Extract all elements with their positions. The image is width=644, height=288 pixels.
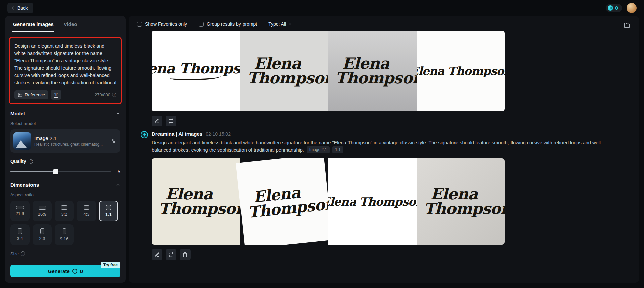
folder-icon	[624, 22, 630, 28]
repeat-icon	[168, 118, 174, 124]
ratio-label: 2:3	[39, 236, 45, 241]
quality-label: Quality	[10, 159, 26, 164]
model-section-title: Model	[10, 111, 25, 116]
generated-image[interactable]: Elena Thompson	[152, 31, 240, 111]
quality-header: Quality i	[10, 159, 120, 164]
ratio-3-4-icon	[18, 228, 22, 234]
ratio-16-9-icon	[39, 206, 46, 210]
avatar[interactable]	[627, 3, 637, 13]
generated-image[interactable]: Elena Thompson	[236, 158, 332, 245]
generated-image[interactable]: Elena Thompson	[328, 158, 417, 245]
slider-fill	[10, 171, 56, 172]
group-prompt: Design an elegant and timeless black and…	[152, 139, 619, 154]
generated-image[interactable]: Elena Thompson	[328, 31, 417, 111]
chevron-down-icon	[288, 22, 292, 26]
show-favorites-checkbox[interactable]: Show Favorites only	[137, 21, 187, 27]
ratio-4-3-button[interactable]: 4:3	[77, 201, 96, 221]
results-feed: Elena Thompson Elena Thompson Elena Thom…	[129, 31, 639, 265]
results-toolbar: Show Favorites only Group results by pro…	[129, 16, 639, 31]
ratio-label: 4:3	[83, 212, 89, 217]
aspect-ratio-grid: 21:9 16:9 3:2 4:3 1:1 3:4 2:3 9:16	[10, 201, 120, 245]
sidebar-tabs: Generate images Video	[10, 16, 120, 32]
model-thumbnail	[13, 132, 31, 150]
group-label: Group results by prompt	[207, 21, 257, 27]
reference-button[interactable]: Reference	[14, 90, 48, 99]
size-label-row: Size i	[10, 251, 120, 256]
model-card[interactable]: Image 2.1 Realistic structures, great ci…	[10, 129, 120, 153]
image-icon	[18, 92, 23, 97]
sliders-icon[interactable]	[110, 138, 116, 144]
aspect-ratio-label: Aspect ratio	[10, 192, 120, 197]
delete-button[interactable]	[180, 249, 191, 260]
credits-badge[interactable]: 0	[606, 4, 622, 12]
signature-text: Elena Thompson	[417, 66, 505, 76]
generated-image[interactable]: Elena Thompson	[417, 158, 505, 245]
tab-video[interactable]: Video	[63, 16, 78, 32]
generated-image[interactable]: Elena Thompson	[240, 31, 328, 111]
ratio-9-16-button[interactable]: 9:16	[55, 224, 74, 245]
ratio-4-3-icon	[84, 205, 89, 210]
edit-button[interactable]	[152, 249, 162, 260]
signature-text: Elena Thompson	[152, 62, 240, 75]
edit-button[interactable]	[152, 116, 162, 126]
signature-text: Thompson	[159, 202, 240, 216]
quality-info-icon[interactable]: i	[29, 159, 33, 164]
quality-row: 5	[10, 169, 120, 174]
image-grid: Elena Thompson Elena Thompson Elena Thom…	[152, 158, 505, 245]
checkbox-icon[interactable]	[137, 22, 142, 27]
model-section-header[interactable]: Model	[10, 111, 120, 116]
slider-handle[interactable]	[53, 169, 58, 174]
type-filter-label: Type: All	[268, 21, 286, 27]
ratio-9-16-icon	[63, 228, 66, 234]
group-prompt-text: Design an elegant and timeless black and…	[152, 140, 602, 153]
dimensions-section-header[interactable]: Dimensions	[10, 182, 120, 188]
generate-cost: 0	[80, 268, 83, 274]
prompt-input[interactable]: Design an elegant and timeless black and…	[14, 42, 116, 86]
result-actions	[152, 249, 619, 260]
prompt-box-annotated: Design an elegant and timeless black and…	[10, 38, 120, 103]
quality-value: 5	[116, 169, 120, 174]
quality-slider[interactable]	[10, 169, 111, 174]
ratio-2-3-icon	[40, 228, 44, 234]
ratio-3-2-button[interactable]: 3:2	[55, 201, 74, 221]
ratio-16-9-button[interactable]: 16:9	[33, 201, 52, 221]
ratio-2-3-button[interactable]: 2:3	[33, 224, 52, 245]
image-grid: Elena Thompson Elena Thompson Elena Thom…	[152, 31, 505, 111]
chevron-up-icon	[116, 111, 120, 116]
ratio-21-9-button[interactable]: 21:9	[10, 201, 30, 221]
group-author: Dreamina | AI images	[152, 131, 202, 137]
regenerate-button[interactable]	[166, 249, 176, 260]
model-tag[interactable]: Image 2.1	[307, 146, 330, 153]
ratio-label: 3:4	[17, 236, 23, 241]
ratio-tag[interactable]: 1:1	[332, 146, 343, 153]
info-icon[interactable]: i	[112, 93, 116, 97]
chevron-up-icon	[116, 183, 120, 187]
ratio-1-1-icon	[106, 205, 111, 210]
content: Generate images Video Design an elegant …	[0, 16, 644, 283]
ratio-3-4-button[interactable]: 3:4	[10, 224, 30, 245]
generated-image[interactable]: Elena Thompson	[417, 31, 505, 111]
ratio-1-1-button[interactable]: 1:1	[99, 201, 118, 221]
try-free-badge: Try free	[101, 262, 120, 268]
dreamina-logo-icon	[140, 131, 148, 139]
ratio-21-9-icon	[16, 206, 24, 209]
ratio-label: 21:9	[16, 211, 24, 216]
char-count-value: 279/800	[95, 92, 110, 97]
layout-toggle-button[interactable]	[622, 20, 632, 31]
generated-image[interactable]: Elena Thompson	[152, 158, 240, 245]
reference-label: Reference	[25, 92, 45, 97]
prompt-footer: Reference T 279/800 i	[14, 90, 116, 100]
text-style-button[interactable]: T	[51, 90, 61, 100]
tab-generate-images[interactable]: Generate images	[12, 16, 54, 32]
regenerate-button[interactable]	[166, 116, 176, 126]
size-info-icon[interactable]: i	[21, 251, 25, 256]
trash-icon	[182, 252, 188, 257]
checkbox-icon[interactable]	[199, 22, 204, 27]
signature-text: Thompson	[424, 202, 505, 216]
dimensions-title: Dimensions	[10, 182, 39, 188]
chevron-left-icon	[11, 6, 15, 10]
header-right: 0	[606, 3, 637, 13]
type-filter-dropdown[interactable]: Type: All	[268, 21, 292, 27]
group-results-checkbox[interactable]: Group results by prompt	[199, 21, 257, 27]
back-button[interactable]: Back	[7, 3, 33, 13]
